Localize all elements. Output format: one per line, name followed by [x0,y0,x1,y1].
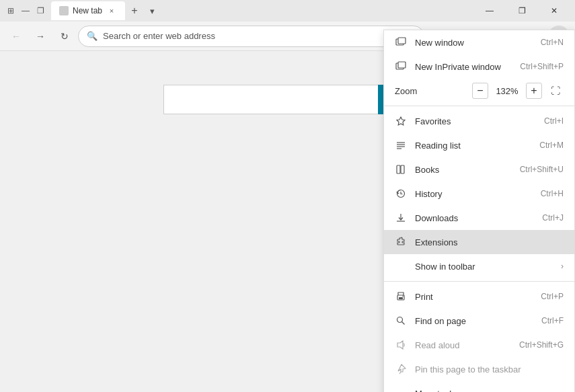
svg-line-18 [402,322,405,325]
read-aloud-icon [395,339,407,351]
show-in-toolbar-arrow: › [561,262,564,271]
new-tab-button[interactable]: + [125,1,144,20]
zoom-out-button[interactable]: − [472,83,488,99]
close-button[interactable]: ✕ [539,0,570,22]
menu-item-new-window[interactable]: New window Ctrl+N [384,30,574,54]
menu-item-pin-taskbar: Pin this page to the taskbar [384,357,574,381]
zoom-label: Zoom [395,86,467,96]
tab-title: New tab [73,6,102,15]
forward-button[interactable]: → [30,26,51,47]
menu-item-extensions[interactable]: Extensions [384,230,574,254]
svg-rect-9 [397,165,400,173]
svg-marker-4 [397,117,405,125]
new-window-shortcut: Ctrl+N [541,38,564,47]
restore-button[interactable]: ❐ [506,0,537,22]
books-shortcut: Ctrl+Shift+U [520,165,564,174]
dropdown-menu: New window Ctrl+N New InPrivate window C… [383,30,575,392]
menu-item-favorites[interactable]: Favorites Ctrl+I [384,109,574,133]
bing-search-box[interactable]: b [163,85,412,114]
svg-rect-10 [401,165,404,173]
restore-window-icon[interactable]: ❐ [35,5,46,16]
zoom-in-button[interactable]: + [526,83,542,99]
menu-item-books[interactable]: Books Ctrl+Shift+U [384,157,574,182]
refresh-button[interactable]: ↻ [54,26,75,47]
more-tools-label: More tools [415,389,553,393]
favorites-shortcut: Ctrl+I [544,116,564,126]
menu-item-history[interactable]: History Ctrl+H [384,182,574,206]
zoom-value: 132% [494,86,521,96]
read-aloud-label: Read aloud [415,340,511,350]
find-on-page-shortcut: Ctrl+F [541,316,564,325]
minimize-button[interactable]: — [474,0,505,22]
address-bar[interactable]: 🔍 Search or enter web address [78,26,424,47]
inprivate-icon [395,61,407,73]
history-label: History [415,189,533,199]
tab-favicon [59,6,69,15]
tab-bar: New tab × + ▾ [51,1,469,20]
extensions-icon [395,236,407,248]
reading-list-shortcut: Ctrl+M [539,141,564,150]
favorites-icon [395,115,407,127]
svg-rect-15 [399,297,403,299]
svg-point-16 [402,296,404,297]
show-in-toolbar-label: Show in toolbar [415,262,553,272]
more-tools-icon [395,387,407,392]
menu-item-find-on-page[interactable]: Find on page Ctrl+F [384,309,574,333]
pin-icon [395,363,407,375]
favorites-label: Favorites [415,116,536,126]
address-text: Search or enter web address [103,31,416,41]
new-window-icon [395,36,407,48]
menu-item-show-in-toolbar[interactable]: Show in toolbar › [384,254,574,278]
find-icon [395,315,407,327]
menu-item-print[interactable]: Print Ctrl+P [384,284,574,309]
tab-dropdown-button[interactable]: ▾ [144,3,160,19]
downloads-shortcut: Ctrl+J [542,213,564,223]
downloads-label: Downloads [415,213,534,223]
menu-item-more-tools[interactable]: More tools › [384,381,574,392]
inprivate-label: New InPrivate window [415,62,512,72]
minimize-window-icon[interactable]: — [20,5,31,16]
svg-line-20 [399,372,401,374]
print-shortcut: Ctrl+P [541,292,564,301]
books-label: Books [415,165,512,175]
menu-item-downloads[interactable]: Downloads Ctrl+J [384,206,574,230]
svg-point-17 [397,317,403,323]
tab-close-button[interactable]: × [106,5,117,16]
print-label: Print [415,292,533,302]
pin-taskbar-label: Pin this page to the taskbar [415,364,564,375]
window-controls-right: — ❐ ✕ [474,0,570,22]
read-aloud-shortcut: Ctrl+Shift+G [519,340,564,350]
new-window-label: New window [415,38,533,48]
more-tools-arrow: › [561,389,564,392]
divider-1 [384,281,574,282]
active-tab[interactable]: New tab × [51,1,125,20]
history-shortcut: Ctrl+H [541,189,564,198]
svg-rect-1 [398,38,406,44]
find-on-page-label: Find on page [415,316,533,326]
reading-list-label: Reading list [415,141,531,151]
divider-after-zoom [384,106,574,106]
svg-rect-3 [398,62,406,68]
inprivate-shortcut: Ctrl+Shift+P [520,62,564,71]
title-bar: ⊞ — ❐ New tab × + ▾ — ❐ ✕ [0,0,575,22]
search-box-container: b [163,85,412,114]
extensions-label: Extensions [415,237,555,247]
address-search-icon: 🔍 [87,31,98,41]
system-icon: ⊞ [5,5,16,16]
zoom-expand-button[interactable]: ⛶ [547,83,564,99]
zoom-row: Zoom − 132% + ⛶ [384,79,574,103]
reading-list-icon [395,139,407,151]
menu-item-reading-list[interactable]: Reading list Ctrl+M [384,133,574,157]
back-button[interactable]: ← [5,26,27,47]
show-in-toolbar-icon [395,260,407,272]
menu-item-new-inprivate[interactable]: New InPrivate window Ctrl+Shift+P [384,54,574,79]
bing-search-input[interactable] [164,85,378,114]
books-icon [395,163,407,175]
print-icon [395,290,407,303]
menu-item-read-aloud: Read aloud Ctrl+Shift+G [384,333,574,357]
svg-marker-19 [397,341,403,349]
history-icon [395,188,407,200]
window-controls-left: ⊞ — ❐ [5,5,46,16]
downloads-icon [395,212,407,224]
